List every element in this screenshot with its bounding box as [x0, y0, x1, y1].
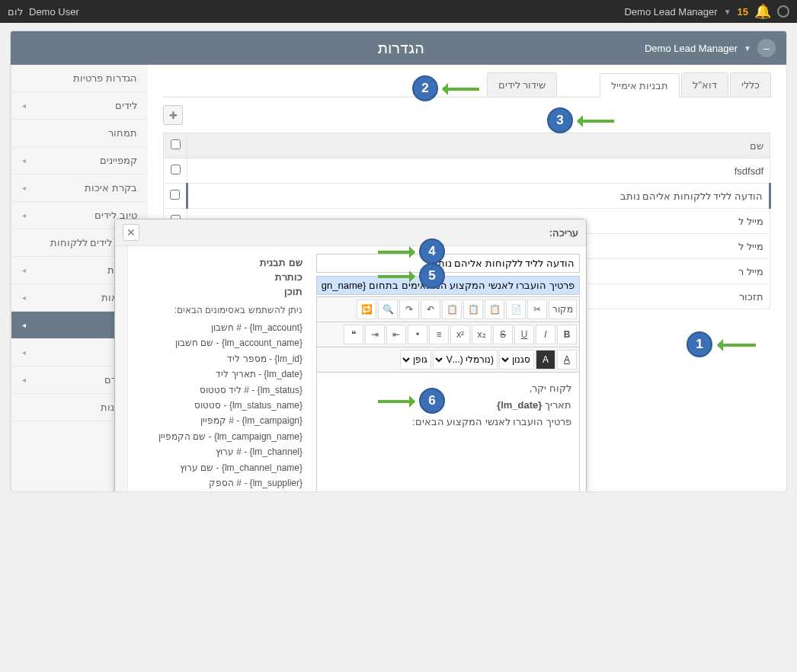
- annotation-arrow: [443, 88, 479, 91]
- redo-icon[interactable]: ↷: [399, 299, 419, 319]
- vertical-scrollbar[interactable]: [115, 246, 127, 492]
- subscript-icon[interactable]: x₂: [472, 325, 491, 344]
- label-subject: כותרת: [136, 271, 302, 283]
- token-item: {lm_supplier} - # הספק: [136, 475, 302, 491]
- quote-icon[interactable]: ❝: [344, 325, 363, 344]
- row-checkbox[interactable]: [170, 190, 180, 200]
- font-select[interactable]: גופן: [400, 350, 431, 370]
- rte-toolbar-2: B I U S x₂ x² ≡ • ⇤ ⇥ ❝: [316, 322, 580, 347]
- style-select[interactable]: סגנון: [499, 350, 534, 370]
- template-name-input[interactable]: [316, 254, 580, 273]
- chevron-left-icon: ◂: [22, 293, 26, 302]
- chevron-left-icon: ◂: [22, 211, 26, 219]
- settings-panel: – ▼ Demo Lead Manager הגדרות כללי דוא"ל …: [10, 30, 787, 492]
- italic-icon[interactable]: I: [536, 325, 555, 344]
- editor-content[interactable]: לקוח יקר, תאריך {lm_date} פרטיך הועברו ל…: [316, 373, 580, 492]
- format-select[interactable]: (נורמלי (...V: [433, 350, 498, 370]
- superscript-icon[interactable]: x²: [450, 325, 470, 344]
- copy-icon[interactable]: 📄: [506, 299, 526, 319]
- tab-broadcast[interactable]: שידור לידים: [487, 72, 558, 97]
- sidebar-item-leads[interactable]: לידים◂: [11, 92, 148, 120]
- sidebar-item-label: לידים: [115, 100, 137, 111]
- chevron-left-icon: ◂: [22, 184, 26, 192]
- ol-icon[interactable]: ≡: [429, 325, 449, 344]
- user-name[interactable]: Demo User: [29, 6, 79, 18]
- sidebar-item-personal[interactable]: הגדרות פרטיות: [11, 65, 148, 92]
- tab-general[interactable]: כללי: [730, 72, 771, 97]
- edit-template-modal: עריכה: ✕ מקור ✂ 📄 📋 📋 📋: [114, 219, 587, 492]
- outdent-icon[interactable]: ⇤: [386, 325, 406, 344]
- paste-icon[interactable]: 📋: [485, 299, 504, 319]
- app-selector-label[interactable]: Demo Lead Manager: [624, 6, 717, 18]
- indent-icon[interactable]: ⇥: [365, 325, 385, 344]
- chevron-down-icon[interactable]: ▼: [744, 44, 751, 53]
- token-item: {lm_campaign_name} - שם הקמפיין: [136, 429, 302, 444]
- token-item: {lm_account_name} - שם חשבון: [136, 335, 302, 350]
- sidebar-item-campaigns[interactable]: קמפיינים◂: [11, 147, 148, 174]
- paste-text-icon[interactable]: 📋: [463, 299, 483, 319]
- tokens-heading: ניתן להשתמש באסימונים הבאים:: [136, 305, 302, 315]
- annotation-arrow: [378, 400, 415, 403]
- textcolor-icon[interactable]: A: [557, 350, 577, 370]
- template-subject-input[interactable]: [316, 276, 580, 295]
- label-content: תוכן: [136, 286, 302, 297]
- annotation-1: 1: [687, 331, 712, 357]
- annotation-5: 5: [419, 263, 445, 289]
- bgcolor-icon[interactable]: A: [536, 350, 555, 370]
- bold-icon[interactable]: B: [557, 325, 577, 344]
- chevron-left-icon: ◂: [22, 348, 26, 357]
- token-item: {lm_status_name} - סטטוס: [136, 398, 302, 413]
- table-row: fsdfsdf: [164, 158, 770, 184]
- search-icon[interactable]: 🔍: [378, 299, 398, 319]
- tab-email[interactable]: דוא"ל: [681, 72, 728, 97]
- select-all-checkbox[interactable]: [171, 139, 181, 149]
- rte-source-button[interactable]: מקור: [549, 299, 577, 319]
- paste-word-icon[interactable]: 📋: [442, 299, 462, 319]
- add-button[interactable]: ✚: [163, 105, 183, 125]
- chevron-left-icon: ◂: [22, 321, 26, 329]
- token-item: {lm_supplier_name} - שם הספק: [136, 491, 302, 492]
- undo-icon[interactable]: ↶: [421, 299, 440, 319]
- row-checkbox[interactable]: [171, 165, 181, 174]
- chevron-left-icon: ◂: [22, 266, 26, 274]
- tabs: כללי דוא"ל תבניות אימייל ות סמס שידור לי…: [163, 72, 771, 98]
- tab-email-templates[interactable]: תבניות אימייל: [600, 73, 680, 98]
- editor-line: פרטיך הועברו לאנשי המקצוע הבאים:: [325, 414, 571, 430]
- gear-icon[interactable]: [777, 5, 789, 18]
- notification-count[interactable]: 15: [738, 6, 748, 18]
- token-item: {lm_campaign} - # קמפיין: [136, 413, 302, 428]
- strike-icon[interactable]: S: [493, 325, 513, 344]
- sidebar-item-label: קמפיינים: [100, 155, 137, 166]
- rte-toolbar-3: A A סגנון (נורמלי (...V גופן: [316, 347, 580, 373]
- cut-icon[interactable]: ✂: [527, 299, 547, 319]
- sidebar-item-label: הגדרות פרטיות: [73, 72, 137, 84]
- annotation-arrow: [378, 275, 415, 278]
- token-item: {lm_account} - # חשבון: [136, 320, 302, 335]
- rte-toolbar: מקור ✂ 📄 📋 📋 📋 ↶ ↷ 🔍 🔁: [316, 296, 580, 322]
- sidebar-item-quality[interactable]: בקרת איכות◂: [11, 174, 148, 202]
- annotation-arrow: [578, 120, 614, 123]
- annotation-6: 6: [419, 388, 445, 414]
- underline-icon[interactable]: U: [514, 325, 534, 344]
- bell-icon[interactable]: 🔔: [754, 3, 771, 20]
- token-item: {lm_status} - # ליד סטטוס: [136, 382, 302, 398]
- ul-icon[interactable]: •: [408, 325, 427, 344]
- modal-title: עריכה:: [549, 227, 578, 238]
- close-icon[interactable]: ✕: [123, 224, 139, 241]
- table-row: הודעה לליד ללקוחות אליהם נותב: [164, 184, 770, 209]
- chevron-down-icon[interactable]: ▼: [724, 8, 731, 16]
- sidebar-item-label: בקרת איכות: [85, 182, 137, 194]
- sidebar-item-pricing[interactable]: תמחור: [11, 120, 148, 147]
- token-item: {lm_channel} - # ערוץ: [136, 444, 302, 459]
- annotation-4: 4: [419, 238, 445, 264]
- panel-app-label: Demo Lead Manager: [645, 43, 738, 54]
- token-item: {lm_date} - תאריך ליד: [136, 366, 302, 382]
- annotation-arrow: [378, 251, 415, 254]
- logout-link[interactable]: לום: [8, 6, 23, 18]
- chevron-left-icon: ◂: [22, 156, 26, 165]
- top-bar: 🔔 15 ▼ Demo Lead Manager Demo User לום: [0, 0, 797, 23]
- editor-line: לקוח יקר,: [325, 380, 571, 397]
- sidebar-item-label: תמחור: [108, 127, 137, 139]
- collapse-icon[interactable]: –: [757, 39, 776, 57]
- replace-icon[interactable]: 🔁: [357, 299, 376, 319]
